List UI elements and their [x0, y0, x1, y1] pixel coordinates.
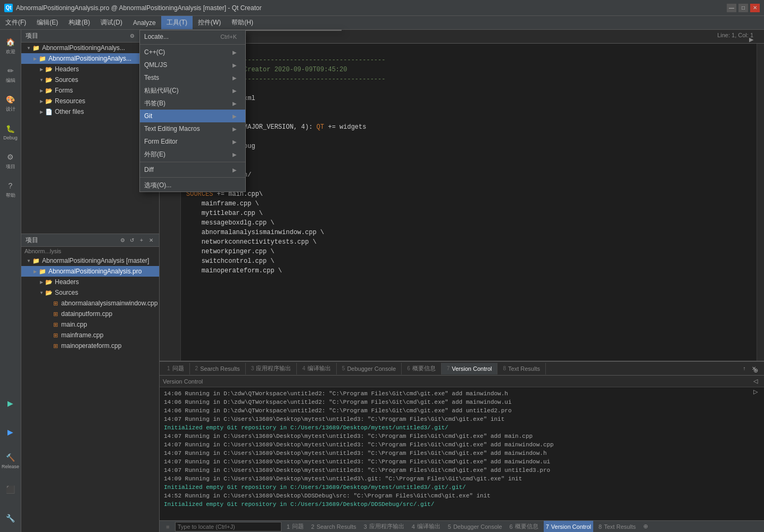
menu-item-cpp[interactable]: C++(C) ▶ — [140, 46, 245, 59]
arrow-icon: ▶ — [232, 139, 237, 145]
separator — [140, 162, 245, 162]
separator — [140, 177, 245, 178]
menu-item-paste[interactable]: 粘贴代码(C) ▶ — [140, 84, 245, 97]
item-label: Text Editing Macros — [144, 125, 200, 132]
arrow-icon: ▶ — [232, 49, 237, 55]
arrow-icon: ▶ — [232, 152, 237, 157]
item-label: QML/JS — [144, 61, 167, 69]
item-label: Diff — [144, 166, 154, 173]
item-label: 粘贴代码(C) — [144, 86, 179, 95]
git-submenu — [246, 30, 342, 31]
arrow-icon: ▶ — [232, 101, 237, 106]
item-label: Locate... — [144, 33, 169, 40]
item-label: 选项(O)... — [144, 181, 171, 190]
arrow-icon: ▶ — [232, 126, 237, 132]
item-label: Form Editor — [144, 138, 178, 145]
arrow-icon: ▶ — [232, 167, 237, 173]
arrow-icon: ▶ — [232, 62, 237, 68]
arrow-icon: ▶ — [232, 88, 237, 94]
item-label: C++(C) — [144, 48, 165, 56]
arrow-icon: ▶ — [232, 113, 237, 119]
menu-item-macros[interactable]: Text Editing Macros ▶ — [140, 122, 245, 135]
item-label: Tests — [144, 74, 159, 81]
menu-item-tests[interactable]: Tests ▶ — [140, 71, 245, 84]
menu-item-form-editor[interactable]: Form Editor ▶ — [140, 135, 245, 148]
item-label: 外部(E) — [144, 150, 165, 159]
menu-item-qmljs[interactable]: QML/JS ▶ — [140, 59, 245, 71]
menu-item-diff[interactable]: Diff ▶ — [140, 163, 245, 176]
item-label: Git — [144, 112, 152, 120]
shortcut-label: Ctrl+K — [220, 34, 237, 40]
tools-dropdown-menu: Locate... Ctrl+K C++(C) ▶ QML/JS ▶ Tests… — [139, 30, 246, 192]
menu-item-bookmarks[interactable]: 书签(B) ▶ — [140, 97, 245, 110]
dropdown-overlay[interactable]: Locate... Ctrl+K C++(C) ▶ QML/JS ▶ Tests… — [0, 0, 764, 532]
item-label: 书签(B) — [144, 99, 165, 108]
menu-item-git[interactable]: Git ▶ — [140, 110, 245, 122]
menu-item-external[interactable]: 外部(E) ▶ — [140, 148, 245, 161]
arrow-icon: ▶ — [232, 75, 237, 81]
menu-item-locate[interactable]: Locate... Ctrl+K — [140, 30, 245, 43]
separator — [140, 44, 245, 45]
menu-item-options[interactable]: 选项(O)... — [140, 179, 245, 192]
